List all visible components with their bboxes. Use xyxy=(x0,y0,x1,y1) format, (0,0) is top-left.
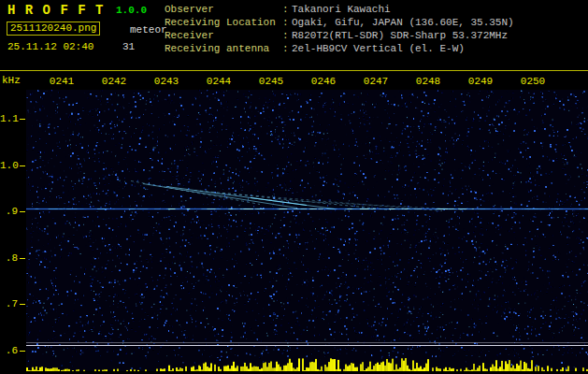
hrofft-window: H R O F F T 1.0.0 2511120240.png meteor … xyxy=(0,0,588,374)
app-version: 1.0.0 xyxy=(116,5,147,16)
info-row-receiver: Receiver : R820T2(RTL-SDR) SDR-Sharp 53.… xyxy=(165,29,514,42)
info-row-observer: Observer : Takanori Kawachi xyxy=(165,3,514,16)
freq-tick xyxy=(20,258,25,259)
time-axis-label: 0249 xyxy=(454,76,507,87)
freq-axis-label: 1.0 xyxy=(0,160,18,171)
info-value: R820T2(RTL-SDR) SDR-Sharp 53.372MHz xyxy=(292,29,508,42)
freq-axis-label: 1.1 xyxy=(0,113,18,124)
app-title: H R O F F T xyxy=(7,3,104,18)
freq-tick xyxy=(20,211,25,212)
echo-count-label: 31 xyxy=(122,41,135,52)
frequency-unit-label: kHz xyxy=(2,75,21,86)
info-value: 2el-HB9CV Vertical (el. E-W) xyxy=(292,42,465,55)
time-axis-label: 0250 xyxy=(507,76,559,87)
info-label: Receiving Location xyxy=(165,16,282,29)
filename-box: 2511120240.png xyxy=(7,22,100,36)
info-separator: : xyxy=(282,3,292,16)
info-separator: : xyxy=(282,29,292,42)
time-axis-label: 0245 xyxy=(245,76,297,87)
freq-tick xyxy=(20,304,25,305)
time-axis-label: 0244 xyxy=(193,76,245,87)
freq-tick xyxy=(20,351,25,352)
info-separator: : xyxy=(282,16,292,29)
info-label: Receiver xyxy=(165,29,282,42)
freq-axis-label: .8 xyxy=(0,252,18,264)
station-info: Observer : Takanori Kawachi Receiving Lo… xyxy=(165,3,514,55)
freq-tick xyxy=(20,165,25,166)
freq-axis-label: .7 xyxy=(0,298,18,309)
time-axis-label: 0246 xyxy=(297,76,350,87)
time-axis-label: 0247 xyxy=(350,76,402,87)
info-separator: : xyxy=(282,42,292,55)
datetime-label: 25.11.12 02:40 xyxy=(7,41,93,52)
time-axis-label: 0242 xyxy=(88,76,140,87)
spectrogram-canvas xyxy=(26,90,588,371)
info-label: Receiving antenna xyxy=(165,42,282,55)
freq-axis-label: .6 xyxy=(0,345,18,356)
info-label: Observer xyxy=(165,3,282,16)
info-row-antenna: Receiving antenna : 2el-HB9CV Vertical (… xyxy=(165,42,514,55)
time-axis-label: 0248 xyxy=(402,76,454,87)
time-axis-label: 0243 xyxy=(140,76,193,87)
freq-axis-label: .9 xyxy=(0,206,18,217)
info-value: Takanori Kawachi xyxy=(292,3,391,16)
info-value: Ogaki, Gifu, JAPAN (136.60E, 35.35N) xyxy=(292,16,514,29)
mode-label: meteor xyxy=(130,24,167,36)
freq-tick xyxy=(20,119,25,120)
info-row-location: Receiving Location : Ogaki, Gifu, JAPAN … xyxy=(165,16,514,29)
header-divider xyxy=(0,70,588,71)
time-axis-label: 0241 xyxy=(36,76,88,87)
